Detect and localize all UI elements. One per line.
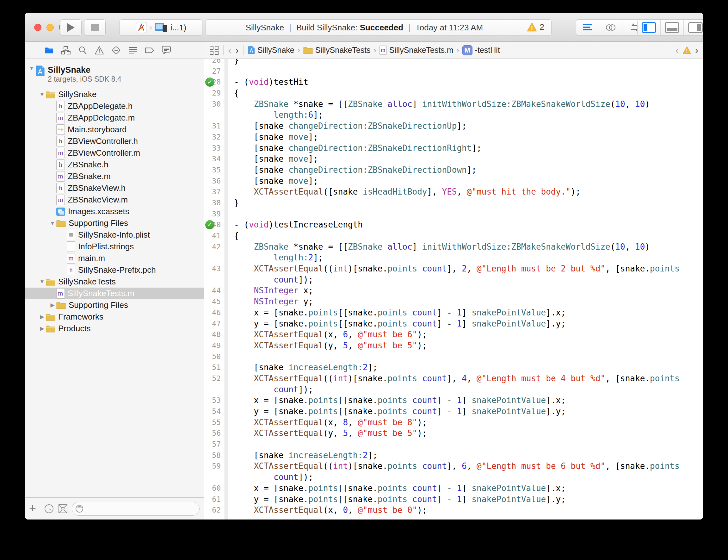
line-number[interactable]: 53 xyxy=(204,395,225,406)
line-number[interactable]: 30 xyxy=(204,99,225,110)
tree-item[interactable]: ▼SillySnakeTests xyxy=(25,276,204,288)
related-items-icon[interactable] xyxy=(209,46,219,55)
disclosure-triangle-icon[interactable]: ▼ xyxy=(38,91,46,98)
line-number[interactable]: 48 xyxy=(204,329,225,340)
tree-item[interactable]: hZBViewController.h xyxy=(25,135,204,147)
assistant-editor-button[interactable] xyxy=(599,20,622,35)
line-number[interactable]: 26 xyxy=(204,59,225,66)
line-number[interactable] xyxy=(204,472,225,483)
code-line[interactable]: 31 [snake changeDirection:ZBSnakeDirecti… xyxy=(204,121,703,132)
code-line[interactable]: count]); xyxy=(204,472,703,483)
line-number[interactable]: 27 xyxy=(204,66,225,77)
code-line[interactable]: 48 XCTAssertEqual(x, 6, @"must be 6"); xyxy=(204,329,703,340)
line-number[interactable]: 54 xyxy=(204,406,225,417)
line-number[interactable]: 39 xyxy=(204,208,225,220)
tree-item[interactable]: hZBSnakeView.h xyxy=(25,182,204,194)
line-number[interactable]: 35 xyxy=(204,165,225,176)
line-number[interactable]: 47 xyxy=(204,318,225,329)
code-line[interactable]: 62 XCTAssertEqual(x, 0, @"must be 0"); xyxy=(204,505,703,516)
tree-item[interactable]: Images.xcassets xyxy=(25,206,204,217)
line-number[interactable]: 41 xyxy=(204,230,225,241)
line-number[interactable]: 61 xyxy=(204,494,225,505)
line-number[interactable] xyxy=(204,274,225,285)
disclosure-triangle-icon[interactable]: ▶ xyxy=(38,314,46,320)
tree-item[interactable]: ▼Supporting Files xyxy=(25,217,204,229)
line-number[interactable]: 58 xyxy=(204,450,225,461)
line-number[interactable]: 38 xyxy=(204,197,225,208)
code-line[interactable]: 37 XCTAssertEqual([snake isHeadHitBody],… xyxy=(204,186,703,197)
line-number[interactable]: 33 xyxy=(204,143,225,154)
line-number[interactable]: 51 xyxy=(204,362,225,373)
tree-item[interactable]: mZBSnake.m xyxy=(25,171,204,182)
toggle-utilities-button[interactable] xyxy=(684,20,703,35)
code-line[interactable]: 27 xyxy=(204,66,703,77)
code-line[interactable]: 42 ZBSnake *snake = [[ZBSnake alloc] ini… xyxy=(204,241,703,252)
code-line[interactable]: 60 x = [snake.points[[snake.points count… xyxy=(204,483,703,494)
tree-item[interactable]: mSillySnakeTests.m xyxy=(25,288,204,299)
disclosure-triangle-icon[interactable]: ▼ xyxy=(49,220,56,227)
line-number[interactable]: 46 xyxy=(204,307,225,318)
project-navigator-tab[interactable] xyxy=(44,46,54,55)
code-line[interactable]: 55 XCTAssertEqual(x, 8, @"must be 8"); xyxy=(204,417,703,428)
line-number[interactable]: 62 xyxy=(204,505,225,516)
test-navigator-tab[interactable] xyxy=(111,46,121,55)
code-line[interactable]: 56 XCTAssertEqual(y, 5, @"must be 5"); xyxy=(204,428,703,439)
disclosure-triangle-icon[interactable]: ▼ xyxy=(28,65,35,72)
line-number[interactable]: 32 xyxy=(204,132,225,143)
line-number[interactable]: 59 xyxy=(204,461,225,472)
line-number[interactable] xyxy=(204,109,225,121)
code-line[interactable]: 43 XCTAssertEqual((int)[snake.points cou… xyxy=(204,263,703,274)
tree-item-project-root[interactable]: ▼ SillySnake 2 targets, iOS SDK 8.4 xyxy=(25,65,204,89)
go-back-button[interactable]: ‹ xyxy=(228,46,231,55)
code-line[interactable]: 57 xyxy=(204,439,703,450)
code-line[interactable]: 46 x = [snake.points[[snake.points count… xyxy=(204,307,703,318)
code-line[interactable]: 39 xyxy=(204,208,703,220)
code-line[interactable]: 49 XCTAssertEqual(y, 5, @"must be 5"); xyxy=(204,340,703,351)
line-number[interactable]: 44 xyxy=(204,285,225,296)
code-line[interactable]: 58 [snake increaseLength:2]; xyxy=(204,450,703,461)
code-line[interactable]: 41{ xyxy=(204,230,703,241)
code-line[interactable]: count]); xyxy=(204,384,703,395)
code-line[interactable]: ✓28- (void)testHit xyxy=(204,77,703,88)
symbol-navigator-tab[interactable] xyxy=(61,46,71,55)
disclosure-triangle-icon[interactable]: ▶ xyxy=(38,325,46,332)
code-line[interactable]: 34 [snake move]; xyxy=(204,153,703,165)
warning-icon[interactable]: ! xyxy=(682,46,691,54)
line-number[interactable]: 50 xyxy=(204,351,225,362)
recent-files-clock-icon[interactable] xyxy=(44,504,54,514)
code-line[interactable]: 47 y = [snake.points[[snake.points count… xyxy=(204,318,703,329)
code-line[interactable]: 53 x = [snake.points[[snake.points count… xyxy=(204,395,703,406)
code-line[interactable]: length:6]; xyxy=(204,109,703,121)
toggle-navigator-button[interactable] xyxy=(638,20,661,35)
tree-item[interactable]: ▼SillySnake xyxy=(25,89,204,100)
line-number[interactable]: 55 xyxy=(204,417,225,428)
filter-input[interactable] xyxy=(72,502,200,516)
line-number[interactable] xyxy=(204,384,225,395)
search-navigator-tab[interactable] xyxy=(78,46,87,55)
tree-item[interactable]: mZBViewController.m xyxy=(25,147,204,159)
tree-item[interactable]: ▶Products xyxy=(25,323,204,334)
go-forward-button[interactable]: › xyxy=(236,46,239,55)
run-button[interactable] xyxy=(60,19,82,36)
tree-item[interactable]: ≣SillySnake-Info.plist xyxy=(25,229,204,241)
breadcrumb-item[interactable]: mSillySnakeTests.m xyxy=(379,46,453,55)
tree-item[interactable]: mmain.m xyxy=(25,252,204,264)
line-number[interactable]: 43 xyxy=(204,263,225,274)
code-line[interactable]: length:2]; xyxy=(204,252,703,263)
line-number[interactable]: 29 xyxy=(204,88,225,99)
line-number[interactable]: 36 xyxy=(204,176,225,187)
line-number[interactable] xyxy=(204,252,225,263)
code-line[interactable]: 61 y = [snake.points[[snake.points count… xyxy=(204,494,703,505)
disclosure-triangle-icon[interactable]: ▶ xyxy=(49,302,56,308)
code-line[interactable]: 35 [snake changeDirection:ZBSnakeDirecti… xyxy=(204,165,703,176)
add-button[interactable]: + xyxy=(29,502,36,514)
tree-item[interactable]: ▶Supporting Files xyxy=(25,299,204,311)
previous-issue-button[interactable]: ‹ xyxy=(675,46,679,55)
code-line[interactable]: 32 [snake move]; xyxy=(204,132,703,143)
line-number[interactable]: 42 xyxy=(204,241,225,252)
breadcrumb-item[interactable]: M-testHit xyxy=(462,45,500,55)
next-issue-button[interactable]: › xyxy=(695,46,698,55)
close-window-button[interactable] xyxy=(34,24,41,31)
stop-button[interactable] xyxy=(84,19,106,36)
tree-item[interactable]: mZBSnakeView.m xyxy=(25,194,204,206)
